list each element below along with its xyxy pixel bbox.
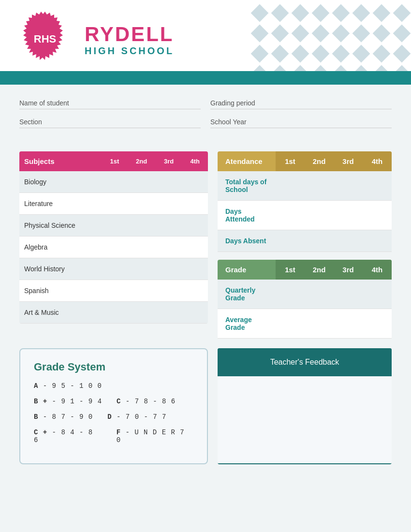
grade-q2-header: 2nd: [305, 260, 334, 280]
grade-scale-item: C - 7 8 - 8 6: [117, 398, 176, 405]
subject-q2: [127, 215, 156, 236]
subject-name: Biology: [19, 171, 102, 193]
grade-q1-header: 1st: [276, 260, 305, 280]
list-item: Average Grade: [218, 309, 392, 339]
grade-q3: [334, 280, 363, 309]
subject-q1: [102, 215, 128, 236]
subjects-table: Subjects 1st 2nd 3rd 4th Biology Literat…: [19, 151, 208, 324]
subjects-header-row: Subjects 1st 2nd 3rd 4th: [19, 151, 208, 171]
feedback-header: Teacher's Feedback: [218, 348, 392, 376]
grade-scale-item: F - U N D E R 7 0: [117, 429, 193, 444]
table-row: Algebra: [19, 236, 208, 258]
att-q1: [276, 230, 305, 251]
section-field: Section: [19, 118, 201, 128]
grade-system-box: Grade System A - 9 5 - 1 0 0B + - 9 1 - …: [19, 348, 208, 464]
att-q1-header: 1st: [276, 151, 305, 171]
subject-q3: [156, 236, 182, 258]
grade-section: Grade 1st 2nd 3rd 4th Quarterly Grade Av…: [218, 260, 392, 339]
grade-header: Grade 1st 2nd 3rd 4th: [218, 260, 392, 280]
grade-row-label: Quarterly Grade: [218, 280, 276, 309]
table-row: Biology: [19, 171, 208, 193]
list-item: B + - 9 1 - 9 4C - 7 8 - 8 6: [34, 398, 193, 409]
subject-q3: [156, 258, 182, 280]
att-q4: [363, 230, 392, 251]
grade-scale-item: D - 7 0 - 7 7: [107, 413, 166, 421]
att-q4: [363, 171, 392, 200]
subject-q2: [127, 193, 156, 215]
grade-scales: A - 9 5 - 1 0 0B + - 9 1 - 9 4C - 7 8 - …: [34, 382, 193, 448]
subject-q4: [182, 258, 208, 280]
subjects-q1-header: 1st: [102, 151, 128, 171]
subject-name: Literature: [19, 193, 102, 215]
header-teal-bar: [0, 71, 411, 85]
grade-q2: [305, 280, 334, 309]
grade-q4: [363, 309, 392, 338]
att-q2: [305, 230, 334, 251]
grading-period-label: Grading period: [210, 99, 392, 109]
list-item: B - 8 7 - 9 0D - 7 0 - 7 7: [34, 413, 193, 425]
diamond-decoration: [247, 0, 411, 75]
subject-name: World History: [19, 258, 102, 280]
subject-q2: [127, 258, 156, 280]
subject-q1: [102, 258, 128, 280]
list-item: A - 9 5 - 1 0 0: [34, 382, 193, 394]
name-label: Name of student: [19, 99, 201, 109]
att-q1: [276, 171, 305, 200]
grade-scale-item: B - 8 7 - 9 0: [34, 413, 93, 421]
list-item: Total days of School: [218, 171, 392, 201]
name-field: Name of student: [19, 99, 201, 109]
grade-scale-item: A - 9 5 - 1 0 0: [34, 382, 102, 390]
subjects-q2-header: 2nd: [127, 151, 156, 171]
subject-q3: [156, 171, 182, 193]
right-section: Atendance 1st 2nd 3rd 4th Total days of …: [218, 151, 392, 339]
svg-text:RHS: RHS: [34, 33, 56, 45]
grade-row-label: Average Grade: [218, 309, 276, 338]
main-content: Name of student Section Grading period S…: [0, 85, 411, 532]
table-row: Physical Science: [19, 215, 208, 236]
subject-q2: [127, 236, 156, 258]
subject-q1: [102, 302, 128, 324]
feedback-box: Teacher's Feedback: [218, 348, 392, 464]
subjects-q4-header: 4th: [182, 151, 208, 171]
subject-q2: [127, 280, 156, 302]
subjects-section: Subjects 1st 2nd 3rd 4th Biology Literat…: [19, 151, 208, 339]
att-row-label: Total days of School: [218, 171, 276, 200]
att-q2: [305, 171, 334, 200]
bottom-section: Grade System A - 9 5 - 1 0 0B + - 9 1 - …: [19, 348, 392, 464]
subject-name: Physical Science: [19, 215, 102, 236]
school-year-field: School Year: [210, 118, 392, 128]
attendance-section: Atendance 1st 2nd 3rd 4th Total days of …: [218, 151, 392, 252]
grade-scale-item: C + - 8 4 - 8 6: [34, 429, 102, 444]
subject-q4: [182, 171, 208, 193]
subject-q4: [182, 215, 208, 236]
list-item: Days Attended: [218, 201, 392, 230]
school-year-label: School Year: [210, 118, 392, 128]
grading-period-field: Grading period: [210, 99, 392, 109]
att-row-label: Days Absent: [218, 230, 276, 251]
grade-q3: [334, 309, 363, 338]
subject-q3: [156, 302, 182, 324]
subjects-q3-header: 3rd: [156, 151, 182, 171]
school-name-sub: HIGH SCHOOL: [85, 45, 174, 57]
attendance-label: Atendance: [218, 151, 276, 171]
subject-q1: [102, 171, 128, 193]
list-item: Quarterly Grade: [218, 280, 392, 309]
grade-q1: [276, 309, 305, 338]
subject-q1: [102, 193, 128, 215]
list-item: Days Absent: [218, 230, 392, 252]
section-label: Section: [19, 118, 201, 128]
form-fields: Name of student Section Grading period S…: [19, 94, 392, 142]
subject-q3: [156, 193, 182, 215]
att-q4-header: 4th: [363, 151, 392, 171]
att-q2: [305, 201, 334, 230]
subject-q2: [127, 171, 156, 193]
subject-name: Algebra: [19, 236, 102, 258]
school-name-block: RYDELL HIGH SCHOOL: [85, 23, 174, 57]
form-right: Grading period School Year: [210, 99, 392, 137]
att-q4: [363, 201, 392, 230]
subject-q1: [102, 236, 128, 258]
list-item: C + - 8 4 - 8 6F - U N D E R 7 0: [34, 429, 193, 448]
att-q2-header: 2nd: [305, 151, 334, 171]
subject-q4: [182, 280, 208, 302]
table-row: Literature: [19, 193, 208, 215]
